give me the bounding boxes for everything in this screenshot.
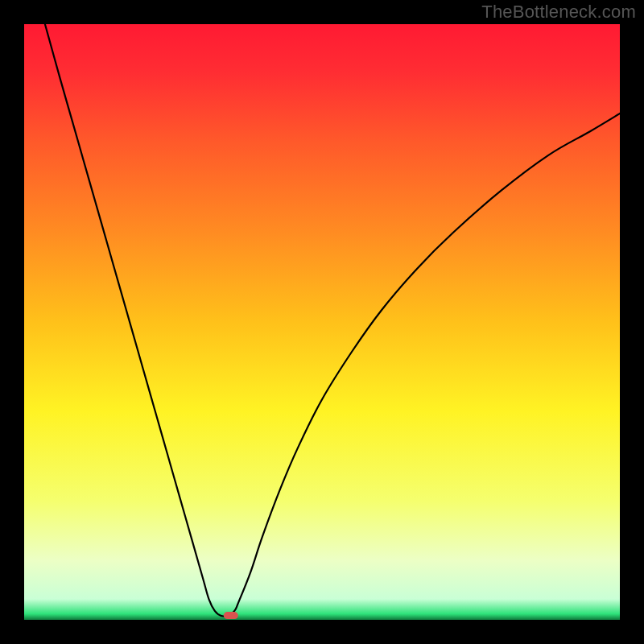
chart-frame (24, 24, 620, 620)
optimal-marker (224, 612, 238, 619)
watermark-text: TheBottleneck.com (481, 2, 636, 23)
bottleneck-chart (24, 24, 620, 620)
svg-rect-0 (24, 24, 620, 620)
